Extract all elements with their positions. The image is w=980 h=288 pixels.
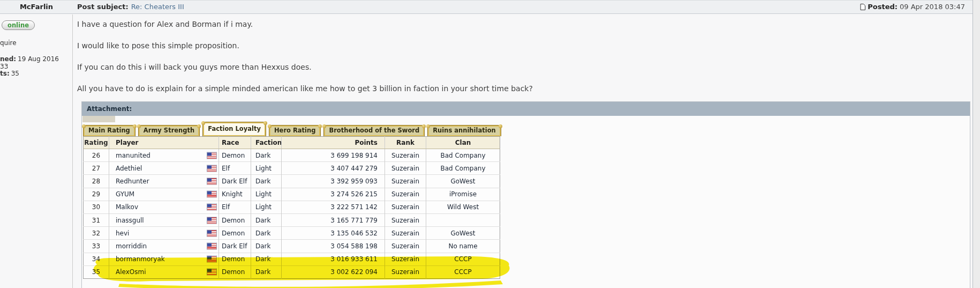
cell-clan: Bad Company (426, 162, 500, 175)
table-row: 28RedhunterDark ElfDark3 392 959 093Suze… (84, 175, 500, 188)
table-row: 30MalkovElfLight3 222 571 142SuzerainWil… (84, 201, 500, 213)
joined-label: ned: (0, 55, 16, 63)
attachment-tabs: Main RatingArmy StrengthFaction LoyaltyH… (83, 122, 501, 136)
cell-rank: Suzerain (385, 175, 426, 188)
user-rank-fragment: quire (0, 39, 17, 47)
us-flag-icon (207, 204, 216, 210)
cell-race: Demon (219, 265, 251, 278)
posted-time: 09 Apr 2018 03:47 (900, 3, 965, 11)
cell-faction: Light (251, 201, 282, 213)
cell-race: Demon (219, 227, 251, 240)
tab-brotherhood-of-the-sword[interactable]: Brotherhood of the Sword (323, 125, 425, 136)
column-header-player: Player (109, 137, 219, 149)
tab-army-strength[interactable]: Army Strength (138, 125, 200, 136)
cell-faction: Dark (251, 227, 282, 240)
cell-faction: Dark (251, 265, 282, 278)
joined-wrap-fragment: 33 (0, 63, 8, 70)
posts-count: 35 (11, 70, 19, 77)
post-paragraph: If you can do this i will back you guys … (77, 62, 962, 72)
cell-clan: Bad Company (426, 149, 500, 162)
posts-line: ts:35 (0, 70, 19, 77)
sidebar: online quire ned:19 Aug 2016 33 ts:35 (0, 14, 73, 288)
us-flag-icon (207, 165, 216, 171)
table-row: 32heviDemonDark3 135 046 532SuzerainGoWe… (84, 227, 500, 240)
cell-points: 3 054 588 198 (282, 240, 385, 253)
online-badge: online (2, 20, 35, 30)
cell-faction: Dark (251, 253, 282, 265)
post-subject: Post subject:Re: Cheaters III (77, 1, 184, 13)
attachment-label: Attachment: (82, 102, 970, 116)
cell-rank: Suzerain (385, 253, 426, 265)
cell-faction: Dark (251, 175, 282, 188)
table-row: 33morriddinDark ElfDark3 054 588 198Suze… (84, 240, 500, 253)
cell-rating: 28 (84, 175, 109, 188)
cell-player: AlexOsmi (109, 265, 219, 278)
cell-race: Elf (219, 201, 251, 213)
cell-clan: CCCP (426, 265, 500, 278)
us-flag-icon (207, 243, 216, 249)
cell-rank: Suzerain (385, 240, 426, 253)
table-row: 26manunitedDemonDark3 699 198 914Suzerai… (84, 149, 500, 162)
post-subject-link[interactable]: Re: Cheaters III (131, 3, 184, 11)
author-name: McFarlin (0, 1, 73, 13)
cell-rank: Suzerain (385, 213, 426, 226)
ranking-table: RatingPlayerRaceFactionPointsRankClan 26… (83, 136, 500, 279)
tab-ruins-annihilation[interactable]: Ruins annihilation (427, 125, 501, 136)
cell-faction: Dark (251, 149, 282, 162)
cell-rank: Suzerain (385, 149, 426, 162)
column-header-faction: Faction (251, 137, 282, 149)
cell-clan: GoWest (426, 227, 500, 240)
column-header-rating: Rating (84, 137, 109, 149)
post-subject-label: Post subject: (77, 3, 129, 11)
cell-rating: 33 (84, 240, 109, 253)
joined-value: 19 Aug 2016 (18, 55, 59, 63)
post-paragraph: I would like to pose this simple proposi… (77, 41, 962, 51)
cell-clan: No name (426, 240, 500, 253)
cell-faction: Dark (251, 240, 282, 253)
cell-race: Demon (219, 149, 251, 162)
cell-rating: 31 (84, 213, 109, 226)
cell-points: 3 407 447 279 (282, 162, 385, 175)
post-paragraph: All you have to do is explain for a simp… (77, 84, 962, 94)
cell-rank: Suzerain (385, 201, 426, 213)
cell-clan: CCCP (426, 253, 500, 265)
cell-player: Adethiel (109, 162, 219, 175)
cell-player: morriddin (109, 240, 219, 253)
table-row: 31inassgullDemonDark3 165 771 779Suzerai… (84, 213, 500, 226)
cell-race: Elf (219, 162, 251, 175)
cell-faction: Dark (251, 213, 282, 226)
tab-hero-rating[interactable]: Hero Rating (269, 125, 321, 136)
tab-main-rating[interactable]: Main Rating (83, 125, 135, 136)
cell-player: Redhunter (109, 175, 219, 188)
table-row: 29GYUMKnightLight3 274 526 215SuzerainiP… (84, 188, 500, 201)
cell-player: GYUM (109, 188, 219, 201)
post-body: I have a question for Alex and Borman if… (77, 19, 962, 105)
cell-race: Knight (219, 188, 251, 201)
cell-rating: 29 (84, 188, 109, 201)
us-flag-icon (207, 191, 216, 197)
cell-rating: 32 (84, 227, 109, 240)
column-header-race: Race (219, 137, 251, 149)
tab-faction-loyalty[interactable]: Faction Loyalty (202, 122, 266, 136)
cell-faction: Light (251, 188, 282, 201)
post-page-icon (860, 4, 865, 10)
cell-rank: Suzerain (385, 227, 426, 240)
joined-line: ned:19 Aug 2016 (0, 55, 59, 63)
table-row: 35AlexOsmiDemonDark3 002 622 094Suzerain… (84, 265, 500, 278)
cell-player: inassgull (109, 213, 219, 226)
cell-player: hevi (109, 227, 219, 240)
cell-race: Demon (219, 213, 251, 226)
column-header-clan: Clan (426, 137, 500, 149)
forum-post: McFarlin Post subject:Re: Cheaters III P… (0, 0, 973, 288)
ranking-head-row: RatingPlayerRaceFactionPointsRankClan (84, 137, 500, 149)
column-header-points: Points (282, 137, 385, 149)
cell-rank: Suzerain (385, 188, 426, 201)
us-flag-icon (207, 178, 216, 184)
table-row: 34bormanmoryakDemonDark3 016 933 611Suze… (84, 253, 500, 265)
cell-rank: Suzerain (385, 162, 426, 175)
posted-info: Posted:09 Apr 2018 03:47 (860, 1, 965, 13)
us-flag-icon (207, 217, 216, 223)
posts-label: ts: (0, 70, 10, 77)
cell-clan: GoWest (426, 175, 500, 188)
column-header-rank: Rank (385, 137, 426, 149)
